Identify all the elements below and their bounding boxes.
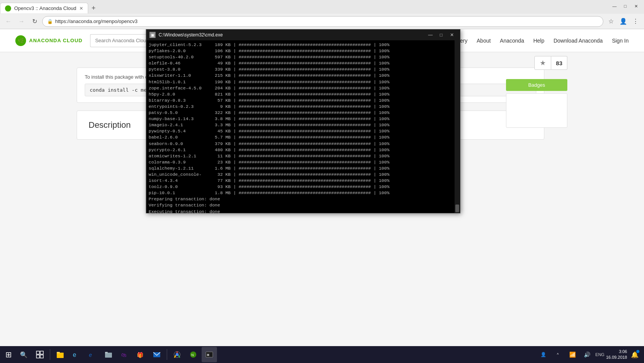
browser-minimize-button[interactable]: —	[610, 2, 619, 11]
taskbar: ⊞ 🔍 e e 🛍 🎁 N	[0, 346, 644, 363]
network-icon[interactable]: 📶	[566, 348, 578, 361]
taskbar-file-explorer[interactable]	[53, 347, 68, 362]
taskbar-separator-1	[50, 349, 50, 360]
tab-close-button[interactable]: ✕	[79, 6, 83, 11]
reload-button[interactable]: ↻	[29, 16, 40, 27]
cmd-line: sqlalchemy-1.2.11 1.6 MB | #############…	[149, 165, 458, 172]
nav-anaconda[interactable]: Anaconda	[500, 38, 524, 44]
svg-rect-2	[36, 355, 39, 358]
svg-text:▣: ▣	[207, 353, 210, 356]
address-bar[interactable]: 🔒 https://anaconda.org/menpo/opencv3	[42, 16, 603, 27]
taskbar-gift[interactable]: 🎁	[133, 347, 148, 362]
clock-time: 3:06	[619, 349, 627, 355]
volume-icon[interactable]: 🔊	[581, 348, 593, 361]
tab-title: Opencv3 :: Anaconda Cloud	[14, 5, 76, 11]
taskbar-cmd[interactable]: ▣	[202, 347, 217, 362]
cmd-line: babel-2.6.0 5.7 MB | ###################…	[149, 134, 458, 140]
star-button[interactable]: ★	[534, 56, 551, 70]
new-tab-button[interactable]: +	[88, 3, 99, 13]
cmd-line: colorama-0.3.9 23 KB | #################…	[149, 159, 458, 165]
bookmark-icon[interactable]: ☆	[606, 16, 616, 27]
cmd-line: pytest-3.8.0 339 KB | ##################…	[149, 66, 458, 73]
nav-download[interactable]: Download Anaconda	[554, 38, 603, 44]
back-button[interactable]: ←	[3, 16, 14, 27]
taskbar-task-view[interactable]	[32, 347, 48, 362]
ssl-lock-icon: 🔒	[47, 19, 53, 24]
cmd-line: pyflakes-2.0.0 106 KB | ################…	[149, 48, 458, 54]
cmd-scroll-thumb[interactable]	[455, 205, 459, 212]
browser-controls: ← → ↻ 🔒 https://anaconda.org/menpo/openc…	[0, 14, 644, 29]
active-tab[interactable]: Opencv3 :: Anaconda Cloud ✕	[0, 3, 88, 13]
cmd-window-icon: ▣	[150, 32, 156, 38]
cmd-body[interactable]: jupyter_client-5.2.3 189 KB | ##########…	[146, 40, 460, 213]
taskbar-mail[interactable]	[149, 347, 164, 362]
browser-window-controls: — □ ✕	[610, 2, 641, 11]
svg-rect-0	[36, 351, 39, 354]
nav-signin[interactable]: Sign In	[612, 38, 629, 44]
star-area: ★ 83	[534, 56, 567, 70]
svg-rect-4	[57, 353, 64, 358]
cmd-line: pip-10.0.1 1.8 MB | ####################…	[149, 190, 458, 196]
anaconda-logo[interactable]: 🌿 ANACONDA CLOUD	[15, 35, 82, 46]
cmd-line: zope.interface-4.5.0 204 KB | ##########…	[149, 85, 458, 91]
nav-links: Gallery About Anaconda Help Download Ana…	[450, 38, 629, 44]
people-icon[interactable]: 👤	[537, 348, 549, 361]
cmd-window-title: C:\Windows\system32\cmd.exe	[159, 32, 422, 38]
cmd-line: seaborn-0.9.0 379 KB | #################…	[149, 141, 458, 147]
chevron-icon[interactable]: ^	[552, 348, 564, 361]
taskbar-search-button[interactable]: 🔍	[17, 348, 31, 361]
browser-close-button[interactable]: ✕	[631, 2, 641, 11]
browser-window: Opencv3 :: Anaconda Cloud ✕ + — □ ✕ ← → …	[0, 0, 644, 361]
logo-text: ANACONDA CLOUD	[29, 38, 82, 43]
cmd-line: setuptools-40.2.0 597 KB | #############…	[149, 54, 458, 60]
cmd-close-button[interactable]: ✕	[447, 31, 457, 39]
system-tray: 👤 ^ 📶 🔊 ENG	[537, 348, 605, 361]
cmd-line: toolz-0.9.0 93 KB | ####################…	[149, 184, 458, 190]
cmd-titlebar: ▣ C:\Windows\system32\cmd.exe — □ ✕	[146, 30, 460, 40]
cmd-output: jupyter_client-5.2.3 189 KB | ##########…	[149, 42, 458, 213]
menu-icon[interactable]: ⋮	[630, 16, 641, 27]
badges-button[interactable]: Badges	[506, 79, 567, 91]
svg-text:🛍: 🛍	[121, 352, 127, 358]
language-indicator: ENG	[595, 352, 605, 357]
taskbar-store[interactable]: 🛍	[117, 347, 132, 362]
cmd-window: ▣ C:\Windows\system32\cmd.exe — □ ✕ jupy…	[146, 29, 460, 213]
cmd-line: Executing transaction: done	[149, 209, 458, 213]
cmd-scrollbar[interactable]	[455, 40, 460, 213]
profile-icon[interactable]: 👤	[618, 16, 629, 27]
notification-button[interactable]: 🔔	[629, 348, 641, 361]
svg-text:e: e	[73, 351, 76, 358]
cmd-line: atomicwrites-1.2.1 11 KB | #############…	[149, 153, 458, 159]
cmd-minimize-button[interactable]: —	[426, 31, 435, 39]
taskbar-folder[interactable]	[101, 347, 116, 362]
notification-dot	[636, 350, 639, 353]
clock-date: 16.09.2018	[606, 355, 627, 360]
browser-maximize-button[interactable]: □	[620, 2, 630, 11]
cmd-line: isort-4.3.4 77 KB | ####################…	[149, 178, 458, 184]
taskbar-ie[interactable]: e	[85, 347, 100, 362]
cmd-line: win_unicode_console- 32 KB | ###########…	[149, 172, 458, 178]
cmd-controls: — □ ✕	[426, 31, 457, 39]
taskbar-node[interactable]: N	[186, 347, 201, 362]
sidebar-right: Badges	[506, 75, 567, 128]
cmd-maximize-button[interactable]: □	[436, 31, 446, 39]
forward-button[interactable]: →	[16, 16, 27, 27]
page-wrapper: 🌿 ANACONDA CLOUD 🔍 Gallery About Anacond…	[0, 29, 644, 361]
taskbar-chrome[interactable]	[169, 347, 185, 362]
start-button[interactable]: ⊞	[0, 346, 17, 363]
taskbar-clock[interactable]: 3:06 16.09.2018	[606, 349, 627, 361]
cmd-line: html5lib-1.0.1 190 KB | ################…	[149, 79, 458, 85]
url-text: https://anaconda.org/menpo/opencv3	[55, 18, 598, 24]
cmd-line: entrypoints-0.2.3 9 KB | ###############…	[149, 104, 458, 110]
taskbar-icons: e e 🛍 🎁 N ▣	[31, 347, 219, 362]
cmd-line: h5py-2.8.0 821 KB | ####################…	[149, 91, 458, 97]
nav-about[interactable]: About	[477, 38, 491, 44]
svg-text:e: e	[89, 352, 92, 358]
cmd-line: xlsxwriter-1.1.0 215 KB | ##############…	[149, 73, 458, 79]
nav-help[interactable]: Help	[533, 38, 544, 44]
taskbar-right: 👤 ^ 📶 🔊 ENG 3:06 16.09.2018 🔔	[537, 348, 644, 361]
cmd-line: olefile-0.46 49 KB | ###################…	[149, 60, 458, 66]
cmd-line: pywinpty-0.5.4 45 KB | #################…	[149, 128, 458, 134]
taskbar-edge[interactable]: e	[69, 347, 84, 362]
cmd-line: pycrypto-2.6.1 480 KB | ################…	[149, 147, 458, 153]
